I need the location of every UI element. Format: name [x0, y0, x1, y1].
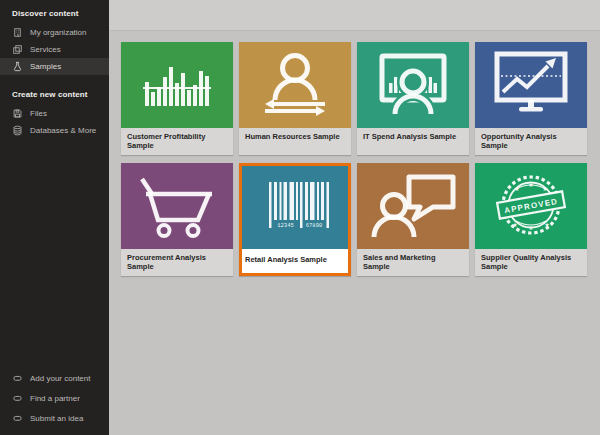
sidebar-item-files[interactable]: Files [0, 105, 109, 122]
tile-customer-profitability-sample[interactable]: Customer Profitability Sample [121, 42, 233, 155]
monitor-trend-icon [475, 42, 587, 128]
tile-label: Retail Analysis Sample [239, 249, 351, 276]
tile-supplier-quality-analysis-sample[interactable]: ★★★ ★★★ APPROVED Supplier Quality Analys… [475, 163, 587, 276]
sidebar-footer: Add your content Find a partner Submit a… [0, 368, 109, 428]
files-icon [12, 108, 23, 119]
tile-label: Human Resources Sample [239, 128, 351, 155]
sidebar-item-label: My organization [30, 28, 86, 37]
sidebar-item-label: Find a partner [30, 394, 80, 403]
tile-sales-and-marketing-sample[interactable]: Sales and Marketing Sample [357, 163, 469, 276]
main-content: Customer Profitability Sample Human Reso… [109, 0, 600, 435]
tile-label: Procurement Analysis Sample [121, 249, 233, 276]
svg-text:★: ★ [514, 185, 519, 192]
sidebar-item-samples[interactable]: Samples [0, 58, 109, 75]
samples-icon [12, 61, 23, 72]
sidebar: Discover content My organization Service… [0, 0, 109, 435]
sidebar-section-create: Create new content Files Databases & Mor… [0, 75, 109, 139]
sidebar-section-header: Discover content [0, 5, 109, 24]
sidebar-item-label: Add your content [30, 374, 90, 383]
sidebar-item-find-a-partner[interactable]: Find a partner [0, 388, 109, 408]
sidebar-section-discover: Discover content My organization Service… [0, 0, 109, 75]
tile-procurement-analysis-sample[interactable]: Procurement Analysis Sample [121, 163, 233, 276]
link-icon [12, 393, 23, 404]
tile-human-resources-sample[interactable]: Human Resources Sample [239, 42, 351, 155]
sidebar-item-label: Services [30, 45, 61, 54]
svg-text:★: ★ [542, 185, 547, 192]
sidebar-item-my-organization[interactable]: My organization [0, 24, 109, 41]
tile-opportunity-analysis-sample[interactable]: Opportunity Analysis Sample [475, 42, 587, 155]
barcode-icon: 12345 67890 [239, 163, 351, 249]
tile-label: IT Spend Analysis Sample [357, 128, 469, 155]
svg-text:★: ★ [512, 221, 517, 228]
tile-image [121, 163, 233, 249]
tile-image: 12345 67890 [239, 163, 351, 249]
monitor-person-icon [357, 42, 469, 128]
tile-image [475, 42, 587, 128]
tile-retail-analysis-sample[interactable]: 12345 67890 Retail Analysis Sample [239, 163, 351, 276]
person-arrows-icon [239, 42, 351, 128]
main-header [109, 0, 600, 31]
sidebar-item-label: Submit an idea [30, 414, 83, 423]
person-speech-bubble-icon [357, 163, 469, 249]
barcode-digits-right: 67890 [306, 222, 323, 229]
tile-image [121, 42, 233, 128]
services-icon [12, 44, 23, 55]
database-icon [12, 125, 23, 136]
app-window: Discover content My organization Service… [0, 0, 600, 435]
sidebar-item-databases-more[interactable]: Databases & More [0, 122, 109, 139]
svg-text:★: ★ [528, 181, 533, 188]
sample-tiles-grid: Customer Profitability Sample Human Reso… [109, 31, 600, 276]
sidebar-item-label: Databases & More [30, 126, 96, 135]
barcode-digits-left: 12345 [277, 222, 294, 229]
link-icon [12, 413, 23, 424]
link-icon [12, 373, 23, 384]
organization-icon [12, 27, 23, 38]
tile-image [239, 42, 351, 128]
bar-chart-icon [121, 42, 233, 128]
sidebar-item-label: Files [30, 109, 47, 118]
tile-image: ★★★ ★★★ APPROVED [475, 163, 587, 249]
approved-stamp-icon: ★★★ ★★★ APPROVED [475, 163, 587, 249]
svg-text:★: ★ [528, 224, 533, 231]
tile-it-spend-analysis-sample[interactable]: IT Spend Analysis Sample [357, 42, 469, 155]
sidebar-item-services[interactable]: Services [0, 41, 109, 58]
sidebar-section-header: Create new content [0, 80, 109, 105]
sidebar-item-label: Samples [30, 62, 61, 71]
tile-label: Sales and Marketing Sample [357, 249, 469, 276]
shopping-cart-icon [121, 163, 233, 249]
tile-image [357, 163, 469, 249]
tile-label: Opportunity Analysis Sample [475, 128, 587, 155]
sidebar-item-submit-an-idea[interactable]: Submit an idea [0, 408, 109, 428]
sidebar-item-add-your-content[interactable]: Add your content [0, 368, 109, 388]
tile-image [357, 42, 469, 128]
tile-label: Supplier Quality Analysis Sample [475, 249, 587, 276]
tile-label: Customer Profitability Sample [121, 128, 233, 155]
svg-text:★: ★ [544, 221, 549, 228]
